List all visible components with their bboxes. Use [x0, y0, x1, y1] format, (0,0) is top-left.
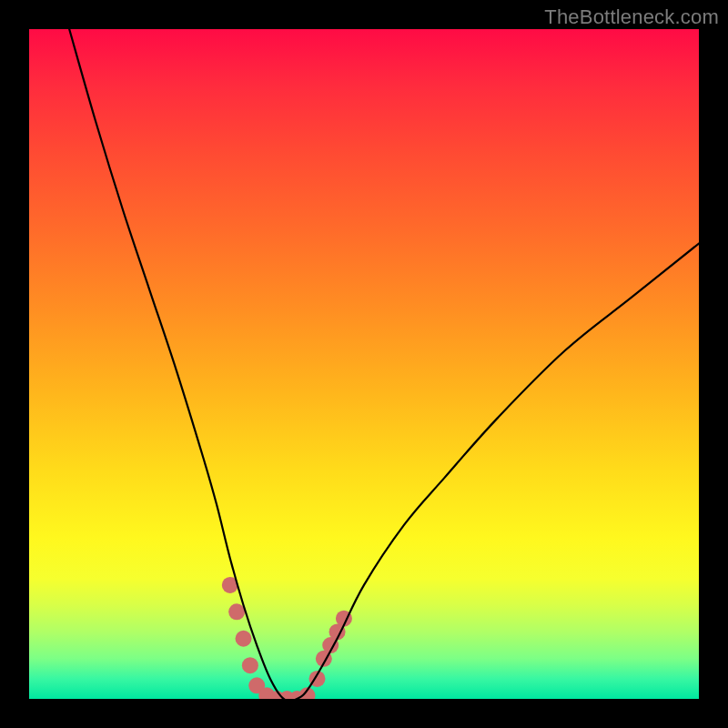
range-marker-dot — [242, 657, 258, 673]
range-marker-dot — [236, 631, 252, 647]
chart-frame: TheBottleneck.com — [0, 0, 728, 728]
range-marker-dot — [228, 603, 245, 620]
watermark-text: TheBottleneck.com — [544, 5, 719, 29]
chart-svg — [29, 29, 699, 699]
plot-area — [29, 29, 699, 699]
bottleneck-curve — [69, 29, 699, 699]
